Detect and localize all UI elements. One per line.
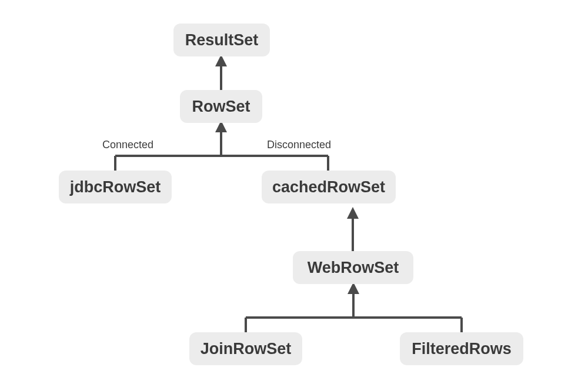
node-cachedrowset: cachedRowSet: [262, 171, 396, 203]
edge-label-connected: Connected: [102, 139, 153, 151]
node-label: cachedRowSet: [272, 178, 385, 196]
edge-label-disconnected: Disconnected: [267, 139, 331, 151]
node-webrowset: WebRowSet: [293, 251, 413, 284]
node-joinrowset: JoinRowSet: [189, 332, 302, 365]
node-rowset: RowSet: [180, 90, 262, 123]
node-resultset: ResultSet: [173, 24, 270, 56]
node-label: WebRowSet: [308, 259, 399, 277]
node-label: jdbcRowSet: [70, 178, 161, 196]
node-filteredrows: FilteredRows: [400, 332, 523, 365]
node-jdbcrowset: jdbcRowSet: [59, 171, 172, 203]
node-label: JoinRowSet: [201, 340, 292, 358]
node-label: ResultSet: [185, 31, 259, 49]
node-label: FilteredRows: [412, 340, 512, 358]
node-label: RowSet: [192, 98, 250, 116]
